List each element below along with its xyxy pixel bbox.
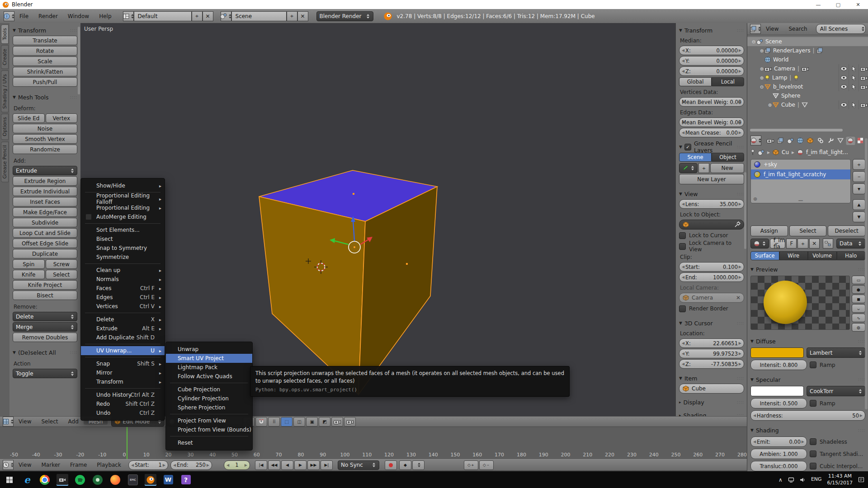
layers-grid-button[interactable]: ⠿ — [268, 417, 280, 427]
scene-name-field[interactable]: Scene — [231, 11, 287, 21]
restrict-cursor-toggle[interactable] — [849, 100, 859, 109]
panel-header-view[interactable]: ▼View:::: — [679, 189, 744, 198]
shading-checkbox-tangent-shadi[interactable]: Tangent Shadi... — [810, 449, 865, 459]
menu-item-proportional-editing-falloff[interactable]: Proportional Editing Falloff▸ — [81, 194, 165, 203]
taskbar-icon-green-app[interactable] — [92, 474, 104, 486]
menu-item-reset[interactable]: Reset — [166, 438, 252, 447]
keying-set-button[interactable]: ◆ — [399, 460, 411, 470]
outliner-row-scene[interactable]: ⊖Scene — [747, 37, 868, 46]
taskbar-icon-word[interactable]: W — [162, 474, 174, 486]
hardness-field[interactable]: ◀▶Hardness:50 — [750, 410, 865, 421]
editor-type-button[interactable] — [750, 24, 761, 34]
viewport-menu-view[interactable]: View — [14, 418, 36, 425]
checkbox-icon[interactable] — [679, 243, 686, 250]
checkbox-icon[interactable] — [810, 361, 816, 368]
specular-shader-dropdown[interactable]: CookTorr — [807, 386, 865, 396]
restrict-cursor-toggle[interactable] — [849, 82, 859, 91]
panel-header-mesh-tools[interactable]: ▼Mesh Tools:::: — [13, 93, 77, 102]
timeline[interactable]: -50-40-30-20-100102030405060708090100110… — [0, 427, 747, 460]
editor-type-button[interactable] — [750, 136, 761, 145]
shelf-tab-tools[interactable]: Tools — [1, 24, 9, 44]
checkbox-icon[interactable] — [810, 400, 816, 407]
shelf-button-translate[interactable]: Translate — [13, 36, 77, 45]
menu-item-add-duplicate[interactable]: Add DuplicateShift D — [81, 333, 165, 342]
layout-name-field[interactable]: Default — [134, 11, 192, 21]
material-name-field[interactable]: f_im fla — [770, 239, 785, 249]
shading-checkbox-shadeless[interactable]: Shadeless — [810, 437, 865, 446]
menu-item-follow-active-quads[interactable]: Follow Active Quads — [166, 372, 252, 381]
outliner-menu-search[interactable]: Search — [783, 26, 812, 32]
clock[interactable]: 11:43 AM6/15/2017 — [827, 473, 853, 486]
material-slot-sky[interactable]: +sky — [751, 160, 850, 169]
n-panel-scrollbar[interactable] — [744, 172, 746, 249]
editor-type-button[interactable] — [3, 417, 14, 427]
toggle-local[interactable]: Local — [712, 77, 744, 86]
scene-filter-dropdown[interactable]: All Scenes — [816, 24, 866, 34]
transport-button-1[interactable]: ◀◀ — [268, 460, 280, 470]
number-field-end[interactable]: ◀▶End:1000.000 — [679, 272, 744, 282]
menu-item-proportional-editing[interactable]: Proportional Editing▸ — [81, 203, 165, 212]
transport-button-0[interactable]: |◀ — [255, 460, 267, 470]
menu-item-vertices[interactable]: VerticesCtrl V▸ — [81, 302, 165, 311]
layout-icon-button[interactable] — [123, 11, 134, 21]
menu-item-undo-history[interactable]: Undo HistoryCtrl Alt Z — [81, 390, 165, 399]
diffuse-color-swatch[interactable] — [750, 347, 804, 358]
preview-cube[interactable]: ◼ — [852, 295, 865, 303]
outliner-menu-view[interactable]: View — [761, 26, 783, 32]
menu-item-show-hide[interactable]: Show/Hide▸ — [81, 181, 165, 190]
taskbar-icon-edge[interactable]: e — [21, 474, 33, 486]
shelf-button-extrude-region[interactable]: Extrude Region — [13, 176, 77, 186]
preview-world[interactable]: ◍ — [852, 323, 865, 332]
outliner-row-b-levelroot[interactable]: ⊖b_levelroot — [747, 82, 868, 91]
menu-item-undo[interactable]: UndoCtrl Z — [81, 408, 165, 418]
shelf-button-remove-doubles[interactable]: Remove Doubles — [13, 333, 77, 342]
tray-network-icon[interactable] — [788, 477, 794, 483]
tray-volume-icon[interactable] — [800, 477, 806, 483]
menu-item-clean-up[interactable]: Clean up▸ — [81, 266, 165, 275]
frame-start-field[interactable]: ◀▶Start:1 — [128, 460, 168, 470]
number-field-mean-bevel-weig-0-00[interactable]: ◀▶Mean Bevel Weig: 0.00 — [679, 97, 744, 107]
diffuse-ramp-checkbox[interactable]: Ramp — [810, 360, 865, 370]
number-field-x[interactable]: ◀▶X:22.60651 — [679, 338, 744, 348]
restrict-camera-toggle[interactable] — [859, 64, 868, 73]
panel-header-item[interactable]: ▼Item:::: — [679, 374, 744, 383]
shelf-button-shrink-fatten[interactable]: Shrink/Fatten — [13, 67, 77, 76]
timeline-menu-marker[interactable]: Marker — [36, 462, 65, 468]
shelf-button-select[interactable]: Select — [46, 270, 78, 279]
menu-item-unwrap[interactable]: Unwrap — [166, 345, 252, 354]
expander-icon[interactable]: ⊖ — [759, 84, 764, 89]
menu-render[interactable]: Render — [33, 13, 63, 19]
minimize-button[interactable]: — — [808, 0, 828, 9]
context-tab-object[interactable] — [806, 136, 815, 145]
panel-header-de-select-all[interactable]: ▼(De)select All:::: — [13, 348, 77, 357]
shelf-button-slide-ed[interactable]: Slide Ed — [13, 113, 45, 123]
menu-item-transform[interactable]: Transform▸ — [81, 377, 165, 386]
type-tab-wire[interactable]: Wire — [779, 251, 808, 260]
local-camera-field[interactable]: Camera✕ — [679, 293, 744, 303]
tool-shelf-scrollbar[interactable] — [78, 27, 80, 94]
type-tab-volume[interactable]: Volume — [808, 251, 837, 260]
data-link-dropdown[interactable]: Data — [836, 239, 865, 249]
specular-ramp-checkbox[interactable]: Ramp — [810, 399, 865, 408]
type-tab-surface[interactable]: Surface — [750, 251, 779, 260]
specular-color-swatch[interactable] — [750, 386, 804, 396]
preview-monkey[interactable]: ᴗ — [852, 304, 865, 313]
menu-item-edges[interactable]: EdgesCtrl E▸ — [81, 293, 165, 302]
expander-icon[interactable]: ⊕ — [767, 103, 773, 108]
panel-header-specular[interactable]: ▼Specular:::: — [750, 375, 865, 384]
outliner-row-renderlayers[interactable]: ⊕RenderLayers| — [747, 46, 868, 55]
slot-specials-button[interactable]: ▾ — [853, 183, 865, 194]
timeline-menu-frame[interactable]: Frame — [65, 462, 92, 468]
taskbar-icon-spotify[interactable] — [74, 474, 86, 486]
checkbox-icon[interactable] — [810, 438, 816, 445]
remove-slot-button[interactable]: － — [853, 171, 865, 182]
shelf-button-randomize[interactable]: Randomize — [13, 145, 77, 154]
scene-icon-button[interactable] — [221, 11, 231, 21]
vertex-select-button[interactable]: ⬚ — [281, 417, 292, 427]
context-tab-modifiers[interactable] — [826, 136, 835, 145]
restrict-camera-toggle[interactable] — [859, 73, 868, 82]
outliner-row-cube[interactable]: ⊕Cube| — [747, 100, 868, 109]
properties-scrollbar[interactable] — [865, 138, 868, 409]
panel-header-transform[interactable]: ▼Transform:::: — [13, 26, 77, 35]
menu-item-project-from-view[interactable]: Project From View — [166, 416, 252, 425]
